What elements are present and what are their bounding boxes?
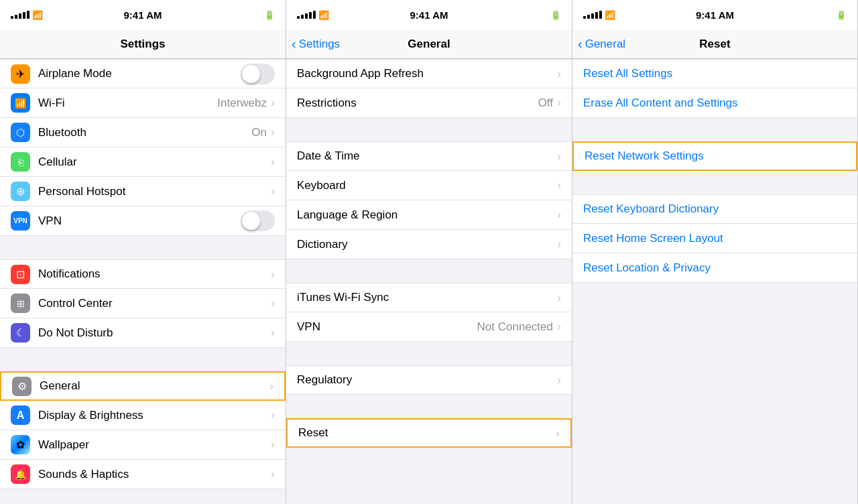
vpn-toggle[interactable]: [241, 210, 275, 231]
settings-item-wallpaper[interactable]: ✿ Wallpaper ›: [0, 430, 286, 460]
general-item-regulatory[interactable]: Regulatory ›: [286, 365, 572, 395]
keyboard-chevron: ›: [557, 178, 561, 192]
general-item-date-time[interactable]: Date & Time ›: [286, 141, 572, 171]
r-bar5: [599, 11, 602, 19]
reset-separator-1: [572, 118, 857, 141]
itunes-wifi-sync-label: iTunes Wi-Fi Sync: [297, 291, 557, 304]
notifications-label: Notifications: [38, 267, 271, 281]
reset-item-all-settings[interactable]: Reset All Settings: [572, 59, 857, 88]
settings-item-display-brightness[interactable]: A Display & Brightness ›: [0, 401, 286, 430]
general-label: General: [40, 379, 269, 393]
settings-item-general[interactable]: ⚙ General ›: [0, 371, 286, 401]
vpn-value: Not Connected: [477, 320, 553, 334]
bar5: [313, 11, 316, 19]
general-item-keyboard[interactable]: Keyboard ›: [286, 171, 572, 200]
reset-item-home-screen-layout[interactable]: Reset Home Screen Layout: [572, 224, 857, 253]
airplane-mode-label: Airplane Mode: [38, 67, 241, 80]
airplane-mode-icon: ✈: [11, 64, 30, 84]
back-button-general[interactable]: ‹ Settings: [292, 38, 340, 51]
status-bar-1: 📶 9:41 AM 🔋: [0, 0, 286, 29]
reset-item-erase-all[interactable]: Erase All Content and Settings: [572, 88, 857, 118]
reset-list[interactable]: Reset All Settings Erase All Content and…: [572, 59, 857, 504]
back-label-general: Settings: [299, 38, 340, 51]
background-app-refresh-label: Background App Refresh: [297, 67, 557, 80]
settings-item-vpn[interactable]: VPN VPN: [0, 206, 286, 236]
status-bar-2: 📶 9:41 AM 🔋: [286, 0, 572, 29]
wifi-chevron: ›: [271, 96, 275, 110]
bar4: [309, 12, 312, 19]
signal-bar-3: [19, 13, 21, 19]
reset-chevron: ›: [556, 426, 560, 440]
settings-item-wifi[interactable]: 📶 Wi-Fi Interwebz ›: [0, 88, 286, 118]
general-group-2: Date & Time › Keyboard › Language & Regi…: [286, 141, 572, 259]
general-list[interactable]: Background App Refresh › Restrictions Of…: [286, 59, 572, 504]
wallpaper-icon: ✿: [11, 435, 30, 454]
settings-item-notifications[interactable]: ⊡ Notifications ›: [0, 259, 286, 289]
bluetooth-chevron: ›: [271, 125, 275, 139]
dictionary-label: Dictionary: [297, 238, 557, 251]
settings-item-sounds-haptics[interactable]: 🔔 Sounds & Haptics ›: [0, 460, 286, 489]
reset-item-network-settings[interactable]: Reset Network Settings: [572, 141, 857, 171]
battery-area-2: 🔋: [550, 10, 561, 20]
general-group-5: Reset ›: [286, 418, 572, 448]
control-center-icon: ⊞: [11, 294, 30, 313]
sounds-haptics-chevron: ›: [271, 467, 275, 481]
display-brightness-chevron: ›: [271, 408, 275, 422]
wallpaper-chevron: ›: [271, 438, 275, 452]
general-item-restrictions[interactable]: Restrictions Off ›: [286, 88, 572, 118]
general-item-language-region[interactable]: Language & Region ›: [286, 200, 572, 230]
battery-icon-3: 🔋: [836, 10, 847, 20]
general-icon: ⚙: [12, 377, 32, 396]
signal-area-2: 📶: [297, 10, 329, 20]
bluetooth-value: On: [251, 126, 267, 139]
reset-all-settings-label: Reset All Settings: [583, 67, 672, 80]
back-button-reset[interactable]: ‹ General: [578, 38, 625, 51]
general-item-vpn[interactable]: VPN Not Connected ›: [286, 312, 572, 342]
general-item-itunes-wifi-sync[interactable]: iTunes Wi-Fi Sync ›: [286, 283, 572, 312]
reset-item-location-privacy[interactable]: Reset Location & Privacy: [572, 253, 857, 283]
nav-title-general: General: [408, 38, 450, 51]
r-bar2: [587, 15, 590, 19]
signal-bar-1: [11, 16, 13, 19]
sounds-haptics-label: Sounds & Haptics: [38, 468, 271, 481]
panel-general: 📶 9:41 AM 🔋 ‹ Settings General Backgroun…: [286, 0, 572, 504]
settings-item-cellular[interactable]: ⎗ Cellular ›: [0, 147, 286, 177]
settings-item-do-not-disturb[interactable]: ☾ Do Not Disturb ›: [0, 318, 286, 348]
settings-list[interactable]: ✈ Airplane Mode 📶 Wi-Fi Interwebz › ⬡ Bl…: [0, 59, 286, 504]
language-region-label: Language & Region: [297, 208, 557, 222]
general-item-dictionary[interactable]: Dictionary ›: [286, 230, 572, 259]
settings-item-airplane-mode[interactable]: ✈ Airplane Mode: [0, 59, 286, 88]
reset-group-3: Reset Keyboard Dictionary Reset Home Scr…: [572, 194, 857, 283]
signal-area: 📶: [11, 10, 43, 20]
vpn-icon: VPN: [11, 211, 30, 231]
back-chevron-reset: ‹: [578, 37, 583, 50]
general-item-background-app-refresh[interactable]: Background App Refresh ›: [286, 59, 572, 88]
language-region-chevron: ›: [557, 208, 561, 222]
display-brightness-label: Display & Brightness: [38, 409, 271, 422]
sounds-haptics-icon: 🔔: [11, 464, 30, 484]
reset-item-keyboard-dictionary[interactable]: Reset Keyboard Dictionary: [572, 194, 857, 224]
bar3: [305, 13, 308, 19]
general-group-4: Regulatory ›: [286, 365, 572, 395]
personal-hotspot-label: Personal Hotspot: [38, 185, 271, 198]
settings-item-personal-hotspot[interactable]: ⊕ Personal Hotspot ›: [0, 177, 286, 206]
control-center-label: Control Center: [38, 297, 271, 310]
settings-item-control-center[interactable]: ⊞ Control Center ›: [0, 289, 286, 318]
reset-home-screen-layout-label: Reset Home Screen Layout: [583, 232, 723, 245]
do-not-disturb-icon: ☾: [11, 323, 30, 342]
general-item-reset[interactable]: Reset ›: [286, 418, 572, 448]
panel-settings: 📶 9:41 AM 🔋 Settings ✈ Airplane Mode 📶 W…: [0, 0, 286, 504]
do-not-disturb-chevron: ›: [271, 326, 275, 340]
airplane-mode-toggle[interactable]: [241, 64, 275, 84]
settings-group-3: ⚙ General › A Display & Brightness › ✿ W…: [0, 371, 286, 489]
restrictions-value: Off: [538, 97, 553, 110]
wifi-icon: 📶: [32, 10, 43, 20]
general-chevron: ›: [269, 379, 273, 393]
restrictions-label: Restrictions: [297, 97, 538, 110]
nav-bar-general: ‹ Settings General: [286, 29, 572, 59]
vpn-label: VPN: [38, 214, 241, 228]
settings-item-bluetooth[interactable]: ⬡ Bluetooth On ›: [0, 118, 286, 147]
reset-keyboard-dictionary-label: Reset Keyboard Dictionary: [583, 202, 719, 216]
cellular-icon: ⎗: [11, 152, 30, 172]
reset-separator-2: [572, 171, 857, 194]
